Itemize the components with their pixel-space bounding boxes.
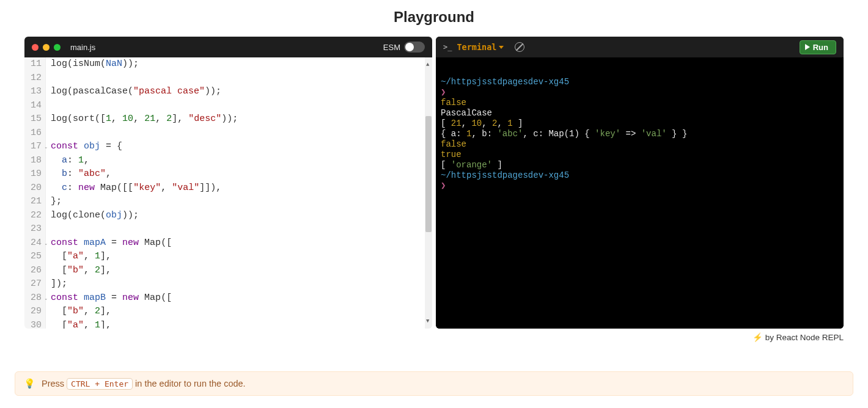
workspace: main.js ESM 11121314151617˅1819202122232… <box>0 37 868 329</box>
fold-icon[interactable]: ˅ <box>45 240 48 254</box>
editor-panel: main.js ESM 11121314151617˅1819202122232… <box>24 37 432 329</box>
bulb-icon: 💡 <box>24 378 35 389</box>
terminal-dropdown[interactable]: Terminal <box>457 42 504 52</box>
maximize-icon[interactable] <box>54 44 61 51</box>
scrollbar-thumb[interactable] <box>425 116 432 232</box>
terminal-label-text: Terminal <box>457 42 496 52</box>
prompt-icon: >_ <box>443 43 452 51</box>
esm-toggle[interactable] <box>404 42 425 53</box>
credit-prefix: by <box>765 333 774 342</box>
scroll-up-icon[interactable]: ▲ <box>426 58 429 72</box>
minimize-icon[interactable] <box>43 44 50 51</box>
clear-icon[interactable] <box>515 42 524 52</box>
tip-callout: 💡 Press CTRL + Enter in the editor to ru… <box>15 371 853 396</box>
chevron-down-icon <box>499 46 504 49</box>
tip-kbd: CTRL + Enter <box>67 378 133 390</box>
editor-header: main.js ESM <box>24 37 432 57</box>
run-button-label: Run <box>813 43 828 52</box>
scrollbar-track[interactable]: ▲ ▼ <box>425 57 432 329</box>
close-icon[interactable] <box>32 44 39 51</box>
line-gutter: 11121314151617˅18192021222324˅25262728˅2… <box>24 57 46 329</box>
scroll-down-icon[interactable]: ▼ <box>426 315 429 329</box>
credit-name: React Node REPL <box>776 333 844 342</box>
filename-label: main.js <box>70 43 95 52</box>
page-title: Playground <box>0 0 868 37</box>
credit-line: ⚡ by React Node REPL <box>0 329 868 342</box>
fold-icon[interactable]: ˅ <box>45 144 48 158</box>
terminal-panel: >_ Terminal Run ~/httpsjsstdpagesdev-xg4… <box>436 37 844 329</box>
tip-prefix: Press <box>42 379 64 388</box>
esm-label: ESM <box>383 43 400 52</box>
tip-suffix: in the editor to run the code. <box>135 379 246 388</box>
terminal-output[interactable]: ~/httpsjsstdpagesdev-xg45❯falsePascalCas… <box>436 57 844 329</box>
play-icon <box>805 44 810 50</box>
code-area[interactable]: log(isNum(NaN));log(pascalCase("pascal c… <box>46 57 432 329</box>
fold-icon[interactable]: ˅ <box>45 295 48 309</box>
code-editor[interactable]: 11121314151617˅18192021222324˅25262728˅2… <box>24 57 432 329</box>
window-controls <box>32 44 61 51</box>
terminal-header: >_ Terminal Run <box>436 37 844 57</box>
bolt-icon: ⚡ <box>752 333 763 342</box>
esm-toggle-group: ESM <box>383 42 425 53</box>
run-button[interactable]: Run <box>800 40 836 54</box>
